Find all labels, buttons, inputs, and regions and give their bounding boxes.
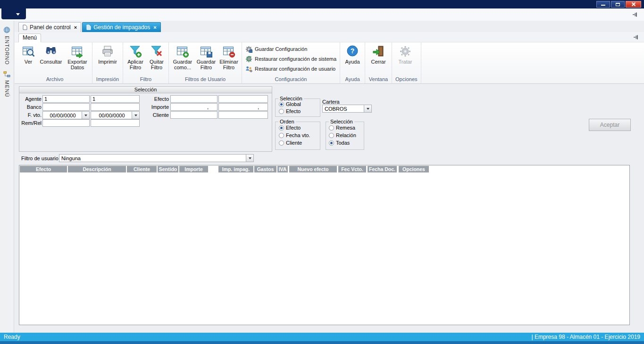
- radio-global[interactable]: Global: [279, 101, 301, 107]
- radio-efecto[interactable]: Efecto: [279, 108, 301, 114]
- chevron-down-icon[interactable]: [364, 105, 371, 112]
- column-header-gastos[interactable]: Gastos: [254, 166, 276, 172]
- remrel-from-input[interactable]: [42, 119, 90, 127]
- ayuda-button[interactable]: ? Ayuda: [342, 43, 363, 76]
- column-header-fec-vcto[interactable]: Fec Vcto.: [338, 166, 366, 172]
- radio-orden-fecha-vto[interactable]: Fecha vto.: [279, 132, 310, 138]
- ribbon-group-ayuda: ? Ayuda Ayuda: [340, 42, 365, 83]
- cliente-to-input[interactable]: [218, 111, 268, 119]
- quick-access-menu-button[interactable]: [1, 8, 26, 19]
- aplicar-filtro-button[interactable]: Aplicar Filtro: [125, 43, 146, 76]
- button-label: Exportar Datos: [66, 59, 89, 70]
- column-header-descripcion[interactable]: Descripción: [68, 166, 126, 172]
- process-icon: [398, 44, 412, 58]
- radio-label: Fecha vto.: [286, 132, 310, 138]
- column-header-sentido[interactable]: Sentido: [158, 166, 178, 172]
- imprimir-button[interactable]: Imprimir: [94, 43, 121, 76]
- radio-label: Relación: [336, 132, 356, 138]
- importe-to-input[interactable]: [218, 103, 268, 111]
- column-header-efecto[interactable]: Efecto: [20, 166, 67, 172]
- banco-to-input[interactable]: [91, 103, 140, 111]
- ribbon-group-configuracion: Guardar Configuración Restaurar configur…: [242, 42, 340, 83]
- column-header-imp-impag[interactable]: Imp. impag.: [218, 166, 253, 172]
- window-controls: [596, 1, 641, 8]
- radio-icon: [279, 140, 284, 146]
- cliente-from-input[interactable]: [170, 111, 217, 119]
- ribbon-group-opciones: Tratar Opciones: [392, 42, 421, 83]
- fvto-to-combo[interactable]: 00/00/0000: [91, 111, 140, 119]
- button-label: Cerrar: [371, 59, 385, 65]
- column-header-opciones[interactable]: Opciones: [399, 166, 429, 172]
- button-label: Ayuda: [345, 59, 360, 65]
- tab-close-icon[interactable]: ×: [73, 25, 77, 30]
- sidebar-item-menu[interactable]: MENÚ: [0, 71, 14, 97]
- sidebar-item-entorno[interactable]: ENTORNO: [0, 26, 14, 65]
- column-header-nuevo-efecto[interactable]: Nuevo efecto: [289, 166, 337, 172]
- tratar-button[interactable]: Tratar: [393, 43, 417, 76]
- restaurar-configuracion-usuario-button[interactable]: Restaurar configuración de usuario: [245, 65, 336, 73]
- efecto-from-input[interactable]: [170, 95, 217, 103]
- cerrar-button[interactable]: Cerrar: [367, 43, 390, 76]
- eliminar-filtro-button[interactable]: Eliminar Filtro: [217, 43, 240, 76]
- filter-add-icon: [128, 44, 142, 58]
- chevron-down-icon[interactable]: [132, 112, 139, 119]
- titlebar: [0, 0, 644, 8]
- status-bar: Ready | Empresa 98 - Almacén 01 - Ejerci…: [0, 333, 644, 341]
- filtro-de-usuario-combo[interactable]: Ninguna: [59, 154, 254, 162]
- exportar-datos-button[interactable]: Exportar Datos: [64, 43, 91, 76]
- column-header-iva[interactable]: IVA: [277, 166, 288, 172]
- tab-close-icon[interactable]: ×: [152, 25, 156, 30]
- importe-from-input[interactable]: [170, 103, 217, 111]
- radio-icon: [279, 102, 284, 107]
- chevron-down-icon: [16, 13, 20, 16]
- gear-save-icon: [245, 46, 252, 53]
- banco-from-input[interactable]: [42, 103, 90, 111]
- guardar-filtro-button[interactable]: Guardar Filtro: [195, 43, 217, 76]
- minimize-button[interactable]: [596, 1, 610, 8]
- column-header-importe[interactable]: Importe: [179, 166, 208, 172]
- consultar-button[interactable]: Consultar: [38, 43, 64, 76]
- radio-remesa[interactable]: Remesa: [329, 125, 355, 131]
- restaurar-configuracion-sistema-button[interactable]: Restaurar configuración de sistema: [245, 55, 336, 63]
- radio-todas[interactable]: Todas: [329, 140, 350, 146]
- tab-gestion-de-impagados[interactable]: Gestión de impagados ×: [82, 22, 161, 32]
- tab-panel-de-control[interactable]: Panel de control ×: [18, 22, 81, 32]
- radio-orden-efecto[interactable]: Efecto: [279, 125, 301, 131]
- status-text: Ready: [4, 334, 20, 340]
- ribbon-group-label: Opciones: [393, 76, 419, 83]
- table-export-icon: [70, 44, 84, 58]
- chevron-down-icon[interactable]: [82, 112, 89, 119]
- quitar-filtro-button[interactable]: Quitar Filtro: [146, 43, 167, 76]
- chevron-down-icon[interactable]: [246, 155, 253, 162]
- maximize-button[interactable]: [611, 1, 625, 8]
- dock-pin-button[interactable]: [632, 11, 638, 18]
- guardar-como-button[interactable]: Guardar como...: [170, 43, 195, 76]
- svg-text:?: ?: [351, 47, 355, 55]
- column-header-fecha-doc[interactable]: Fecha Doc.: [368, 166, 397, 172]
- remrel-to-input[interactable]: [91, 119, 140, 127]
- menu-tab[interactable]: Menú: [18, 33, 41, 42]
- column-header-cliente[interactable]: Cliente: [127, 166, 157, 172]
- efecto-to-input[interactable]: [218, 95, 268, 103]
- button-label: Restaurar configuración de usuario: [255, 66, 335, 72]
- ver-button[interactable]: Ver: [19, 43, 38, 76]
- button-label: Guardar como...: [172, 59, 193, 70]
- cartera-combo[interactable]: COBROS: [322, 105, 372, 113]
- table-search-icon: [21, 44, 35, 58]
- bottom-edge: [0, 341, 644, 344]
- cliente-label: Cliente: [146, 112, 169, 118]
- radio-relacion[interactable]: Relación: [329, 132, 356, 138]
- agente-to-input[interactable]: [91, 95, 140, 103]
- filter-remove-icon: [150, 44, 164, 58]
- fvto-from-combo[interactable]: 00/00/0000: [42, 111, 90, 119]
- ribbon-pin-button[interactable]: [633, 34, 639, 41]
- ribbon-group-ventana: Cerrar Ventana: [365, 42, 392, 83]
- aceptar-button[interactable]: Aceptar: [589, 119, 631, 131]
- close-button[interactable]: [626, 1, 641, 8]
- help-icon: ?: [345, 44, 360, 58]
- agente-from-input[interactable]: [42, 95, 90, 103]
- radio-orden-cliente[interactable]: Cliente: [279, 140, 302, 146]
- table-save-icon: [199, 44, 213, 58]
- guardar-configuracion-button[interactable]: Guardar Configuración: [245, 45, 336, 53]
- button-label: Quitar Filtro: [148, 59, 166, 70]
